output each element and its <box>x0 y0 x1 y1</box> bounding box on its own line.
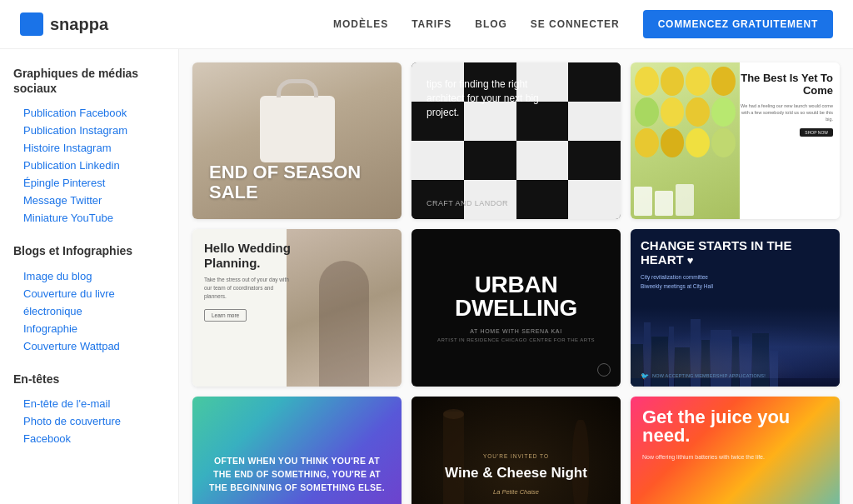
card3-body: We had a feeling our new launch would co… <box>737 102 833 123</box>
sidebar-link-pinterest[interactable]: Épingle Pinterest <box>13 174 165 192</box>
nav-tarifs[interactable]: TARIFS <box>412 18 451 30</box>
sidebar-link-instagram-pub[interactable]: Publication Instagram <box>13 122 165 139</box>
sidebar-link-email-header[interactable]: En-tête de l'e-mail <box>13 395 165 412</box>
sidebar-link-cover-photo[interactable]: Photo de couverture <box>13 412 165 430</box>
card5-subtitle: AT HOME WITH SERENA KAI <box>412 328 621 334</box>
bird-icon: 🐦 <box>641 372 649 380</box>
logo[interactable]: snappa <box>20 12 108 36</box>
card5-circle-icon <box>597 363 611 377</box>
sidebar-link-blog-image[interactable]: Image du blog <box>13 267 165 285</box>
card2-overlay: tips for finding the right architect for… <box>412 62 621 219</box>
card5-title: URBAN DWELLING <box>412 273 621 320</box>
sidebar-section-social: Graphiques de médias sociaux Publication… <box>13 66 165 227</box>
card3-title: The Best Is Yet To Come <box>737 72 833 97</box>
card-quote[interactable]: OFTEN WHEN YOU THINK YOU'RE AT THE END O… <box>192 397 402 505</box>
main-nav: MODÈLES TARIFS BLOG SE CONNECTER COMMENC… <box>333 10 833 38</box>
card5-sub2: ARTIST IN RESIDENCE CHICAGO CENTRE FOR T… <box>412 337 621 342</box>
template-grid: END OF SEASON SALE tips for finding the … <box>192 62 840 504</box>
sidebar-link-wattpad[interactable]: Couverture Wattpad <box>13 337 165 355</box>
card7-title: OFTEN WHEN YOU THINK YOU'RE AT THE END O… <box>206 455 388 494</box>
card-change[interactable]: CHANGE STARTS IN THE HEART ♥ City revita… <box>631 229 840 386</box>
logo-icon <box>20 12 43 36</box>
card-architect[interactable]: tips for finding the right architect for… <box>412 62 621 219</box>
sidebar-link-instagram-story[interactable]: Histoire Instagram <box>13 139 165 157</box>
card9-body: Now offering lithium batteries with twic… <box>642 453 776 462</box>
card2-title: tips for finding the right architect for… <box>426 77 560 119</box>
card6-body1: City revitalization committee <box>641 273 830 282</box>
card3-cta: SHOP NOW <box>800 128 833 137</box>
content-area: END OF SEASON SALE tips for finding the … <box>179 49 853 504</box>
sidebar-section-social-title: Graphiques de médias sociaux <box>13 66 165 96</box>
sidebar-link-youtube[interactable]: Miniature YouTube <box>13 209 165 227</box>
sidebar: Graphiques de médias sociaux Publication… <box>0 49 179 504</box>
card4-body: Take the stress out of your day with our… <box>204 276 292 300</box>
card8-sub: La Petite Chaise <box>445 488 587 496</box>
nav-blog[interactable]: BLOG <box>475 18 507 30</box>
card-juice[interactable]: Get the juice you need. Now offering lit… <box>631 397 840 505</box>
sidebar-link-linkedin[interactable]: Publication Linkedin <box>13 157 165 174</box>
card-urban[interactable]: URBAN DWELLING AT HOME WITH SERENA KAI A… <box>412 229 621 386</box>
sidebar-section-blogs: Blogs et Infographies Image du blog Couv… <box>13 243 165 354</box>
card6-title: CHANGE STARTS IN THE HEART ♥ <box>641 239 830 267</box>
header: snappa MODÈLES TARIFS BLOG SE CONNECTER … <box>0 0 853 49</box>
sidebar-link-facebook-header[interactable]: Facebook <box>13 430 165 447</box>
card6-cta: NOW ACCEPTING MEMBERSHIP APPLICATIONS! <box>652 373 766 378</box>
card1-title: END OF SEASON SALE <box>209 162 402 202</box>
card4-cta: Learn more <box>204 309 247 322</box>
sidebar-link-electronique[interactable]: électronique <box>13 302 165 320</box>
card-wedding[interactable]: Hello Wedding Planning. Take the stress … <box>192 229 402 386</box>
card-wine-cheese[interactable]: YOU'RE INVITED TO Wine & Cheese Night La… <box>412 397 621 505</box>
sidebar-section-headers: En-têtes En-tête de l'e-mail Photo de co… <box>13 372 165 447</box>
card-end-of-season[interactable]: END OF SEASON SALE <box>192 62 402 219</box>
card6-bottom: 🐦 NOW ACCEPTING MEMBERSHIP APPLICATIONS! <box>641 372 830 380</box>
card6-body2: Biweekly meetings at City Hall <box>641 282 830 291</box>
sidebar-link-twitter[interactable]: Message Twitter <box>13 192 165 209</box>
cta-button[interactable]: COMMENCEZ GRATUITEMENT <box>643 10 833 38</box>
sidebar-link-infographie[interactable]: Infographie <box>13 320 165 337</box>
card4-title: Hello Wedding Planning. <box>204 241 292 271</box>
sidebar-section-headers-title: En-têtes <box>13 372 165 387</box>
sidebar-section-blogs-title: Blogs et Infographies <box>13 243 165 258</box>
card2-subtitle: CRAFT AND LANDOR <box>426 199 508 207</box>
nav-modeles[interactable]: MODÈLES <box>333 18 388 30</box>
main-layout: Graphiques de médias sociaux Publication… <box>0 49 853 504</box>
card9-title: Get the juice you need. <box>642 408 828 445</box>
card-best-yet[interactable]: The Best Is Yet To Come We had a feeling… <box>631 62 840 219</box>
card8-title: Wine & Cheese Night <box>445 464 587 482</box>
sidebar-link-facebook-pub[interactable]: Publication Facebook <box>13 104 165 122</box>
card8-label: YOU'RE INVITED TO <box>445 453 587 459</box>
sidebar-link-book-cover[interactable]: Couverture du livre <box>13 285 165 302</box>
nav-connecter[interactable]: SE CONNECTER <box>531 18 620 30</box>
logo-text: snappa <box>50 15 108 34</box>
